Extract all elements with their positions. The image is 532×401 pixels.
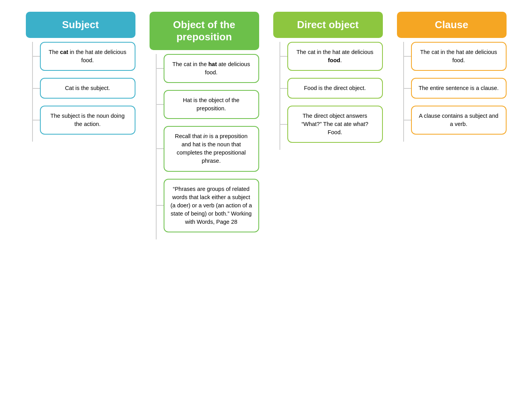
card-item-preposition-2: Recall that in is a preposition and hat … xyxy=(157,126,259,171)
header-preposition: Object of the preposition xyxy=(150,12,259,50)
body-direct: The cat in the hat ate delicious food.Fo… xyxy=(273,38,383,150)
card-item-subject-2: The subject is the noun doing the action… xyxy=(33,106,135,135)
header-subject: Subject xyxy=(26,12,135,38)
card-item-subject-1: Cat is the subject. xyxy=(33,78,135,99)
card-subject-1: Cat is the subject. xyxy=(40,78,135,99)
horiz-line-subject-1 xyxy=(33,88,40,89)
cards-list-subject: The cat in the hat ate delicious food.Ca… xyxy=(33,42,135,142)
horiz-line-direct-0 xyxy=(280,56,287,57)
card-item-direct-1: Food is the direct object. xyxy=(280,78,383,99)
card-preposition-0: The cat in the hat ate delicious food. xyxy=(164,54,259,83)
horiz-line-preposition-0 xyxy=(157,68,164,69)
card-item-clause-1: The entire sentence is a clause. xyxy=(404,78,507,99)
horiz-line-preposition-1 xyxy=(157,104,164,105)
body-preposition: The cat in the hat ate delicious food.Ha… xyxy=(150,50,259,239)
card-clause-1: The entire sentence is a clause. xyxy=(411,78,507,99)
horiz-line-direct-2 xyxy=(280,124,287,125)
card-item-preposition-1: Hat is the object of the preposition. xyxy=(157,90,259,119)
column-subject: SubjectThe cat in the hat ate delicious … xyxy=(26,12,135,142)
card-subject-0: The cat in the hat ate delicious food. xyxy=(40,42,135,71)
horiz-line-subject-0 xyxy=(33,56,40,57)
header-clause: Clause xyxy=(397,12,507,38)
column-preposition: Object of the prepositionThe cat in the … xyxy=(150,12,259,239)
horiz-line-clause-0 xyxy=(404,56,411,57)
column-clause: ClauseThe cat in the hat ate delicious f… xyxy=(397,12,507,142)
card-item-preposition-0: The cat in the hat ate delicious food. xyxy=(157,54,259,83)
body-subject: The cat in the hat ate delicious food.Ca… xyxy=(26,38,135,142)
card-preposition-3: “Phrases are groups of related words tha… xyxy=(164,179,259,232)
card-item-clause-2: A clause contains a subject and a verb. xyxy=(404,106,507,135)
cards-list-clause: The cat in the hat ate delicious food.Th… xyxy=(404,42,507,142)
card-item-direct-0: The cat in the hat ate delicious food. xyxy=(280,42,383,71)
body-clause: The cat in the hat ate delicious food.Th… xyxy=(397,38,507,142)
horiz-line-clause-2 xyxy=(404,120,411,120)
cards-list-direct: The cat in the hat ate delicious food.Fo… xyxy=(280,42,383,150)
card-clause-2: A clause contains a subject and a verb. xyxy=(411,106,507,135)
card-subject-2: The subject is the noun doing the action… xyxy=(40,106,135,135)
card-direct-0: The cat in the hat ate delicious food. xyxy=(287,42,383,71)
cards-list-preposition: The cat in the hat ate delicious food.Ha… xyxy=(157,54,259,239)
card-preposition-1: Hat is the object of the preposition. xyxy=(164,90,259,119)
header-direct: Direct object xyxy=(273,12,383,38)
card-item-direct-2: The direct object answers “What?” The ca… xyxy=(280,106,383,143)
card-clause-0: The cat in the hat ate delicious food. xyxy=(411,42,507,71)
diagram: SubjectThe cat in the hat ate delicious … xyxy=(8,12,524,239)
card-item-preposition-3: “Phrases are groups of related words tha… xyxy=(157,179,259,232)
card-direct-2: The direct object answers “What?” The ca… xyxy=(287,106,383,143)
horiz-line-clause-1 xyxy=(404,88,411,89)
card-preposition-2: Recall that in is a preposition and hat … xyxy=(164,126,259,171)
card-item-subject-0: The cat in the hat ate delicious food. xyxy=(33,42,135,71)
horiz-line-preposition-2 xyxy=(157,148,164,149)
card-direct-1: Food is the direct object. xyxy=(287,78,383,99)
horiz-line-subject-2 xyxy=(33,120,40,120)
card-item-clause-0: The cat in the hat ate delicious food. xyxy=(404,42,507,71)
column-direct: Direct objectThe cat in the hat ate deli… xyxy=(273,12,383,150)
horiz-line-direct-1 xyxy=(280,88,287,89)
horiz-line-preposition-3 xyxy=(157,205,164,206)
